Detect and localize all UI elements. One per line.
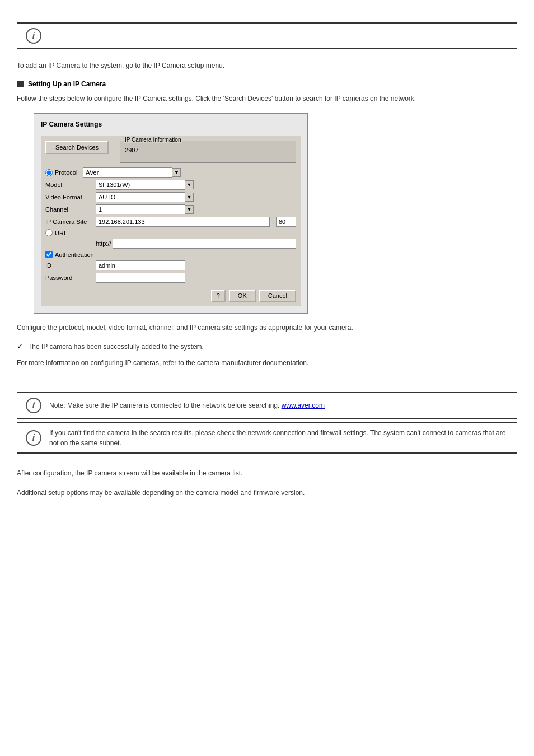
video-format-row: Video Format AUTO ▼ (45, 192, 296, 202)
dialog-title: IP Camera Settings (41, 120, 301, 130)
password-row: Password (45, 273, 296, 283)
channel-select-wrapper: 1 ▼ (96, 204, 296, 214)
protocol-select[interactable]: AVer (83, 167, 172, 178)
extra-para1: For more information on configuring IP c… (17, 358, 517, 368)
video-format-select-wrapper: AUTO ▼ (96, 192, 296, 202)
channel-select[interactable]: 1 (96, 204, 185, 214)
port-separator: : (272, 218, 274, 225)
page-wrapper: i To add an IP Camera to the system, go … (0, 22, 534, 756)
password-input[interactable] (96, 273, 185, 283)
model-select-wrapper: SF1301(W) ▼ (96, 180, 296, 190)
channel-label: Channel (45, 206, 96, 213)
section2-body1: Follow the steps below to configure the … (17, 94, 517, 104)
dialog-body: Search Devices IP Camera Information 290… (41, 136, 301, 306)
section2-header-row: Setting Up an IP Camera (17, 80, 517, 88)
section1-para1: To add an IP Camera to the system, go to… (17, 60, 517, 71)
check-text-1: The IP camera has been successfully adde… (28, 342, 204, 352)
ip-camera-site-row: IP Camera Site : (45, 217, 296, 227)
ip-camera-site-label: IP Camera Site (45, 218, 96, 225)
lower-info-bar-2-text: If you can't find the camera in the sear… (49, 428, 508, 448)
model-select[interactable]: SF1301(W) (96, 180, 185, 190)
ip-camera-info-group: IP Camera Information 2907 (120, 141, 296, 163)
section2-body2: Configure the protocol, model, video for… (17, 323, 517, 333)
dialog-wrapper: IP Camera Settings Search Devices IP Cam… (34, 113, 517, 314)
checkmark-icon: ✓ (17, 342, 24, 351)
url-radio[interactable] (45, 229, 53, 236)
port-input[interactable] (276, 217, 296, 227)
ip-camera-site-input[interactable] (96, 217, 270, 227)
ip-camera-info-value: 2907 (125, 147, 291, 153)
lower-info-icon-2: i (26, 430, 41, 446)
lower-content-area: After configuration, the IP camera strea… (0, 457, 534, 519)
top-info-icon: i (26, 28, 41, 44)
search-row: Search Devices IP Camera Information 290… (45, 141, 296, 163)
channel-row: Channel 1 ▼ (45, 204, 296, 214)
top-info-bar: i (17, 22, 517, 49)
ip-camera-info-legend: IP Camera Information (124, 137, 182, 143)
channel-dropdown-arrow[interactable]: ▼ (185, 205, 194, 214)
search-btn-area: Search Devices (45, 141, 109, 154)
search-devices-button[interactable]: Search Devices (45, 141, 109, 154)
protocol-select-wrapper: AVer ▼ (83, 167, 296, 178)
model-dropdown-arrow[interactable]: ▼ (185, 180, 194, 189)
video-format-dropdown-arrow[interactable]: ▼ (185, 193, 194, 202)
lower-info-icon-1: i (26, 398, 41, 413)
url-row: URL (45, 229, 296, 236)
extra-para2: After configuration, the IP camera strea… (17, 468, 517, 479)
cancel-button[interactable]: Cancel (259, 290, 296, 302)
help-button[interactable]: ? (211, 290, 226, 302)
lower-info-bar-1: i Note: Make sure the IP camera is conne… (17, 392, 517, 419)
authentication-label: Authentication (55, 251, 94, 258)
section2-title: Setting Up an IP Camera (28, 80, 106, 88)
url-input[interactable] (113, 239, 296, 249)
video-format-label: Video Format (45, 194, 96, 200)
protocol-row: Protocol AVer ▼ (45, 167, 296, 178)
lower-info-bar-1-link[interactable]: www.aver.com (282, 402, 325, 409)
video-format-select[interactable]: AUTO (96, 192, 185, 202)
check-row-1: ✓ The IP camera has been successfully ad… (17, 342, 517, 352)
model-row: Model SF1301(W) ▼ (45, 180, 296, 190)
black-square-icon (17, 81, 24, 87)
id-row: ID (45, 260, 296, 270)
protocol-radio[interactable] (45, 169, 53, 176)
dialog-footer: ? OK Cancel (45, 290, 296, 302)
extra-para3: Additional setup options may be availabl… (17, 488, 517, 498)
check-section: ✓ The IP camera has been successfully ad… (17, 342, 517, 352)
url-radio-label: URL (55, 230, 67, 236)
id-input[interactable] (96, 260, 185, 270)
ok-button[interactable]: OK (229, 290, 256, 302)
authentication-row: Authentication (45, 251, 296, 258)
model-label: Model (45, 181, 96, 188)
protocol-dropdown-arrow[interactable]: ▼ (172, 168, 181, 177)
ip-camera-dialog: IP Camera Settings Search Devices IP Cam… (34, 113, 308, 314)
lower-info-bar-2: i If you can't find the camera in the se… (17, 422, 517, 454)
url-input-row: http:// (45, 239, 296, 249)
authentication-checkbox[interactable] (45, 251, 53, 258)
url-prefix: http:// (96, 240, 111, 247)
content-area: To add an IP Camera to the system, go to… (0, 49, 534, 389)
lower-info-bar-1-text: Note: Make sure the IP camera is connect… (49, 400, 325, 410)
id-label: ID (45, 262, 96, 269)
protocol-label: Protocol (55, 169, 77, 176)
password-label: Password (45, 274, 96, 281)
